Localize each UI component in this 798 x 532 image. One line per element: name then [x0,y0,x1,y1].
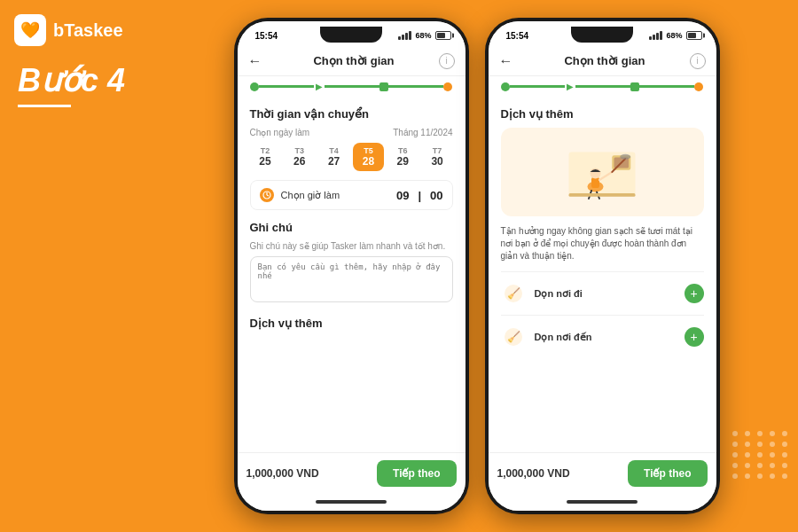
phone-1-status-right: 68% [398,31,450,40]
battery-icon [435,31,451,40]
prog-dot-1 [250,82,259,91]
service-desc: Tận hưởng ngay không gian sạch sẽ tươi m… [501,225,704,262]
phone-2-home-indicator [489,493,716,511]
svg-rect-14 [569,193,636,197]
phone-1-progress: ▶ [238,76,466,98]
day-cell[interactable]: T629 [387,143,419,171]
date-label: Chọn ngày làm [250,128,310,137]
section1-title: Thời gian vận chuyển [250,107,453,121]
day-cell[interactable]: T427 [318,143,349,171]
service-item[interactable]: 🧹 Dọn nơi đến + [501,315,704,358]
battery-icon-2 [686,31,702,40]
service-name: Dọn nơi đi [535,288,676,300]
phone-1-nav-bar: ← Chọn thời gian i [238,46,466,76]
svg-point-13 [620,154,630,160]
service-icon: 🧹 [501,281,526,306]
month-label: Tháng 11/2024 [393,128,452,137]
prog-dot-2-active [694,82,703,91]
phone-2-nav-bar: ← Chọn thời gian i [489,46,716,76]
prog-line-1 [259,85,314,88]
prog-dot-active [443,82,452,91]
day-cell[interactable]: T225 [250,143,281,171]
section2-title: Dịch vụ thêm [250,317,453,330]
service-item[interactable]: 🧹 Dọn nơi đi + [501,271,704,315]
logo-text: bTaskee [53,20,123,41]
prog-line-3 [388,85,443,88]
phone-2-nav-title: Chọn thời gian [520,54,690,67]
svg-rect-9 [591,177,599,188]
day-cell[interactable]: T528 [353,143,384,171]
phone-2-content: Dịch vụ thêm [489,98,716,452]
progress-track: ▶ [250,82,453,91]
phone-2-progress: ▶ [489,76,716,98]
day-grid: T225T326T427T528T629T730 [250,143,453,171]
time-separator: | [418,189,421,202]
phones-container: 15:54 68% ← Chọn thời gia [164,18,789,523]
service-name: Dọn nơi đến [535,332,676,343]
phone-2-status-right: 68% [649,31,701,40]
service-illustration [501,128,704,216]
phone-2-screen: 15:54 68% ← Chọn thời gia [489,21,716,511]
prog-square [379,82,388,91]
prog-line-2 [325,85,379,88]
time-icon [260,188,274,202]
svg-text:🧹: 🧹 [506,330,520,343]
phone-2-price: 1,000,000 VND [497,467,622,480]
notes-title: Ghi chú [250,221,453,234]
prog-line-2-1 [510,85,565,88]
phone-2-time: 15:54 [506,31,529,41]
phone-1-back-button[interactable]: ← [248,53,262,69]
svg-text:🧹: 🧹 [506,286,520,300]
notes-input[interactable] [250,256,453,302]
logo-icon: 🧡 [14,14,46,46]
phone-2-section-title: Dịch vụ thêm [501,107,704,121]
app-header: 🧡 bTaskee [14,14,123,46]
date-label-row: Chọn ngày làm Tháng 11/2024 [250,128,453,137]
time-label: Chọn giờ làm [281,190,389,201]
battery-percent: 68% [415,31,431,40]
add-service-button[interactable]: + [685,284,704,303]
prog-square-2 [630,82,639,91]
day-cell[interactable]: T730 [422,143,453,171]
phone-2: 15:54 68% ← Chọn thời gia [485,18,720,514]
add-service-button[interactable]: + [685,327,704,347]
phone-1-nav-title: Chọn thời gian [270,54,439,67]
phone-1-home-indicator [238,493,466,511]
step-divider [18,105,71,107]
phone-1-scroll[interactable]: Thời gian vận chuyển Chọn ngày làm Tháng… [238,98,466,452]
step-title: Bước 4 [18,62,125,99]
battery-percent-2: 68% [666,31,682,40]
notes-section: Ghi chú Ghi chú này sẽ giúp Tasker làm n… [250,221,453,306]
phone-2-next-button[interactable]: Tiếp theo [628,460,707,487]
time-hour[interactable]: 09 [396,189,409,202]
signal-bars-2 [649,31,662,40]
phone-1-info-icon[interactable]: i [439,53,455,69]
phone-1-next-button[interactable]: Tiếp theo [377,460,456,487]
phone-2-scroll[interactable]: Dịch vụ thêm [489,98,716,452]
prog-arrow-1: ▶ [316,82,323,91]
phone-1-notch [320,27,382,43]
service-icon: 🧹 [501,325,526,349]
phone-2-info-icon[interactable]: i [690,53,706,69]
phone-1: 15:54 68% ← Chọn thời gia [234,18,469,514]
step-label: Bước 4 [18,62,125,107]
phone-1-price: 1,000,000 VND [246,467,371,480]
phone-1-screen: 15:54 68% ← Chọn thời gia [238,21,466,511]
day-cell[interactable]: T326 [284,143,315,171]
time-row[interactable]: Chọn giờ làm 09 | 00 [250,180,453,210]
phone-1-content: Thời gian vận chuyển Chọn ngày làm Tháng… [238,98,466,452]
phone-2-back-button[interactable]: ← [499,53,513,69]
prog-dot-2-1 [501,82,510,91]
signal-bars [398,31,411,40]
phone-2-notch [571,27,633,43]
time-min[interactable]: 00 [430,189,442,202]
notes-desc: Ghi chú này sẽ giúp Tasker làm nhanh và … [250,241,453,251]
service-list: 🧹 Dọn nơi đi + 🧹 Dọn nơi đến + [501,271,704,358]
prog-line-2-2 [575,85,630,88]
prog-line-2-3 [639,85,694,88]
phone-1-time: 15:54 [255,31,278,41]
phone-1-bottom-bar: 1,000,000 VND Tiếp theo [238,452,466,493]
svg-line-2 [267,195,269,196]
progress-track-2: ▶ [501,82,704,91]
prog-arrow-2: ▶ [567,82,574,91]
